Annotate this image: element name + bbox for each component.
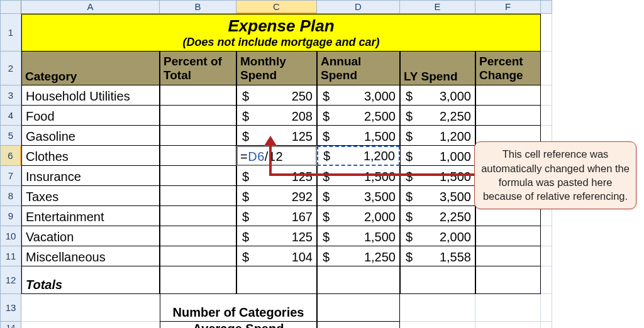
cell-A12-totals[interactable]: Totals	[21, 266, 160, 294]
cell-C5[interactable]: $125	[236, 126, 317, 146]
row-header-13[interactable]: 13	[0, 294, 21, 322]
cell-C7[interactable]: $125	[236, 166, 317, 186]
col-header-D[interactable]: D	[317, 0, 400, 14]
cell-E10[interactable]: $2,000	[400, 226, 475, 246]
cell-F4[interactable]	[475, 106, 541, 126]
row-header-11[interactable]: 11	[0, 246, 21, 266]
row-header-7[interactable]: 7	[0, 166, 21, 186]
col-header-A[interactable]: A	[21, 0, 160, 14]
cell-A8[interactable]: Taxes	[21, 186, 160, 206]
row-header-14[interactable]: 14	[0, 322, 21, 328]
cell-E4[interactable]: $2,250	[400, 106, 475, 126]
cell-A6[interactable]: Clothes	[21, 146, 160, 166]
cell-C3[interactable]: $250	[236, 85, 317, 106]
header-annual-spend[interactable]: Annual Spend	[317, 52, 400, 85]
cell-G4[interactable]	[541, 106, 552, 126]
cell-D12[interactable]	[317, 266, 400, 294]
cell-B12[interactable]	[160, 266, 236, 294]
cell-C11[interactable]: $104	[236, 246, 317, 266]
row-header-2[interactable]: 2	[0, 52, 21, 85]
cell-D10[interactable]: $1,500	[317, 226, 400, 246]
cell-B7[interactable]	[160, 166, 236, 186]
row-header-6[interactable]: 6	[0, 146, 21, 166]
select-all-corner[interactable]	[0, 0, 21, 14]
col-header-C[interactable]: C	[236, 0, 317, 14]
cell-C10[interactable]: $125	[236, 226, 317, 246]
cell-F11[interactable]	[475, 246, 541, 266]
cell-B6[interactable]	[160, 146, 236, 166]
cell-A7[interactable]: Insurance	[21, 166, 160, 186]
cell-E12[interactable]	[400, 266, 475, 294]
cell-G10[interactable]	[541, 226, 552, 246]
cell-A11[interactable]: Miscellaneous	[21, 246, 160, 266]
header-monthly-spend[interactable]: Monthly Spend	[236, 52, 317, 85]
cell-C12[interactable]	[236, 266, 317, 294]
title-cell[interactable]: Expense Plan (Does not include mortgage …	[21, 14, 541, 52]
cell-D6[interactable]: $1,200	[317, 146, 400, 166]
cell-D14[interactable]	[317, 322, 400, 328]
cell-F14[interactable]	[475, 322, 541, 328]
row-header-3[interactable]: 3	[0, 85, 21, 106]
cell-E7[interactable]: $1,500	[400, 166, 475, 186]
cell-E3[interactable]: $3,000	[400, 85, 475, 106]
header-ly-spend[interactable]: LY Spend	[400, 52, 475, 85]
cell-A5[interactable]: Gasoline	[21, 126, 160, 146]
row-header-12[interactable]: 12	[0, 266, 21, 294]
cell-D7[interactable]: $1,500	[317, 166, 400, 186]
cell-D4[interactable]: $2,500	[317, 106, 400, 126]
row-header-5[interactable]: 5	[0, 126, 21, 146]
col-header-B[interactable]: B	[160, 0, 236, 14]
cell-E8[interactable]: $3,500	[400, 186, 475, 206]
cell-B5[interactable]	[160, 126, 236, 146]
cell-G2[interactable]	[541, 52, 552, 85]
header-percent-change[interactable]: Percent Change	[475, 52, 541, 85]
cell-BC14-label[interactable]: Average Spend	[160, 322, 317, 328]
col-header-E[interactable]: E	[400, 0, 475, 14]
row-header-9[interactable]: 9	[0, 206, 21, 226]
cell-B9[interactable]	[160, 206, 236, 226]
cell-G11[interactable]	[541, 246, 552, 266]
cell-E5[interactable]: $1,200	[400, 126, 475, 146]
cell-G14[interactable]	[541, 322, 552, 328]
cell-F13[interactable]	[475, 294, 541, 322]
cell-E11[interactable]: $1,558	[400, 246, 475, 266]
cell-B10[interactable]	[160, 226, 236, 246]
cell-C6-formula[interactable]: =D6/12	[236, 146, 317, 166]
header-percent-total[interactable]: Percent of Total	[160, 52, 236, 85]
cell-D5[interactable]: $1,500	[317, 126, 400, 146]
cell-G1[interactable]	[541, 14, 552, 52]
cell-F12[interactable]	[475, 266, 541, 294]
cell-C4[interactable]: $208	[236, 106, 317, 126]
cell-B11[interactable]	[160, 246, 236, 266]
col-header-G[interactable]	[541, 0, 552, 14]
cell-B8[interactable]	[160, 186, 236, 206]
cell-A9[interactable]: Entertainment	[21, 206, 160, 226]
cell-G13[interactable]	[541, 294, 552, 322]
cell-A4[interactable]: Food	[21, 106, 160, 126]
col-header-F[interactable]: F	[475, 0, 541, 14]
cell-D8[interactable]: $3,500	[317, 186, 400, 206]
row-header-8[interactable]: 8	[0, 186, 21, 206]
row-header-1[interactable]: 1	[0, 14, 21, 52]
cell-C9[interactable]: $167	[236, 206, 317, 226]
cell-E9[interactable]: $2,250	[400, 206, 475, 226]
cell-D9[interactable]: $2,000	[317, 206, 400, 226]
cell-E13[interactable]	[400, 294, 475, 322]
cell-D3[interactable]: $3,000	[317, 85, 400, 106]
row-header-4[interactable]: 4	[0, 106, 21, 126]
cell-D11[interactable]: $1,250	[317, 246, 400, 266]
cell-A3[interactable]: Household Utilities	[21, 85, 160, 106]
cell-D13[interactable]	[317, 294, 400, 322]
cell-G12[interactable]	[541, 266, 552, 294]
cell-E14[interactable]	[400, 322, 475, 328]
row-header-10[interactable]: 10	[0, 226, 21, 246]
cell-B3[interactable]	[160, 85, 236, 106]
cell-A10[interactable]: Vacation	[21, 226, 160, 246]
cell-G3[interactable]	[541, 85, 552, 106]
cell-A14[interactable]	[21, 322, 160, 328]
cell-B4[interactable]	[160, 106, 236, 126]
cell-A13[interactable]	[21, 294, 160, 322]
cell-E6[interactable]: $1,000	[400, 146, 475, 166]
cell-F10[interactable]	[475, 226, 541, 246]
cell-C8[interactable]: $292	[236, 186, 317, 206]
